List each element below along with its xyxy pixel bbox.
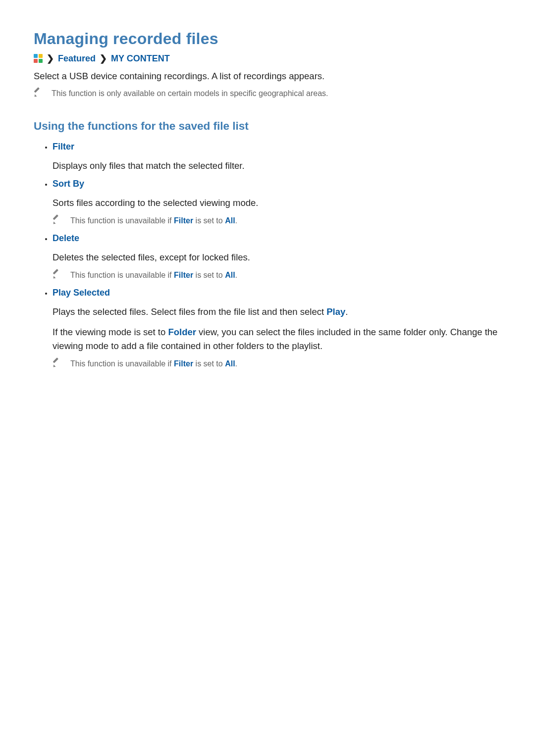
item-head-play: Play Selected (53, 288, 110, 298)
availability-note: This function is only available on certa… (34, 89, 501, 99)
delete-note: This function is unavailable if Filter i… (53, 271, 501, 281)
chevron-right-icon: ❯ (100, 53, 107, 64)
pencil-note-icon (53, 360, 61, 369)
note-kw-all: All (225, 216, 235, 225)
item-body-play-2: If the viewing mode is set to Folder vie… (53, 325, 501, 353)
note-text-post: . (235, 271, 237, 279)
note-text-pre: This function is unavailable if (70, 271, 174, 279)
item-body-sortby: Sorts files according to the selected vi… (53, 196, 501, 210)
note-kw-filter: Filter (174, 216, 193, 225)
note-text-pre: This function is unavailable if (70, 216, 174, 225)
note-kw-filter: Filter (174, 359, 193, 368)
play-note-text: This function is unavailable if Filter i… (70, 359, 501, 368)
list-item-delete: Delete Deletes the selected files, excep… (53, 233, 501, 281)
document-page: Managing recorded files ❯ Featured ❯ MY … (0, 0, 535, 756)
list-item-play-selected: Play Selected Plays the selected files. … (53, 288, 501, 369)
chevron-right-icon: ❯ (47, 53, 54, 64)
note-text-mid: is set to (193, 359, 225, 368)
breadcrumb-mycontent: MY CONTENT (111, 53, 170, 64)
pencil-note-icon (53, 217, 61, 226)
item-body-delete: Deletes the selected files, except for l… (53, 251, 501, 265)
list-item-sortby: Sort By Sorts files according to the sel… (53, 179, 501, 226)
play-body1-pre: Plays the selected files. Select files f… (53, 306, 326, 317)
intro-text: Select a USB device containing recording… (34, 70, 501, 83)
note-text-post: . (235, 359, 237, 368)
note-text-mid: is set to (193, 271, 225, 279)
item-head-filter: Filter (53, 142, 74, 152)
play-note: This function is unavailable if Filter i… (53, 359, 501, 369)
play-body2-pre: If the viewing mode is set to (53, 327, 168, 337)
note-kw-all: All (225, 359, 235, 368)
item-head-delete: Delete (53, 233, 79, 244)
smart-hub-icon (34, 54, 43, 63)
play-kw: Play (326, 306, 345, 317)
list-item-filter: Filter Displays only files that match th… (53, 142, 501, 173)
note-text-mid: is set to (193, 216, 225, 225)
breadcrumb: ❯ Featured ❯ MY CONTENT (34, 53, 501, 64)
note-text-post: . (235, 216, 237, 225)
folder-kw: Folder (168, 327, 196, 337)
sortby-note-text: This function is unavailable if Filter i… (70, 216, 501, 225)
page-title: Managing recorded files (34, 30, 501, 48)
note-kw-all: All (225, 271, 235, 279)
breadcrumb-featured: Featured (58, 53, 96, 64)
delete-note-text: This function is unavailable if Filter i… (70, 271, 501, 280)
item-body-play-1: Plays the selected files. Select files f… (53, 305, 501, 319)
item-head-sortby: Sort By (53, 179, 84, 189)
item-body-filter: Displays only files that match the selec… (53, 159, 501, 173)
function-list: Filter Displays only files that match th… (34, 142, 501, 369)
availability-note-text: This function is only available on certa… (52, 89, 501, 98)
note-text-pre: This function is unavailable if (70, 359, 174, 368)
pencil-note-icon (34, 90, 43, 99)
play-body1-post: . (345, 306, 348, 317)
note-kw-filter: Filter (174, 271, 193, 279)
sortby-note: This function is unavailable if Filter i… (53, 216, 501, 226)
pencil-note-icon (53, 272, 61, 281)
section-heading: Using the functions for the saved file l… (34, 120, 501, 133)
